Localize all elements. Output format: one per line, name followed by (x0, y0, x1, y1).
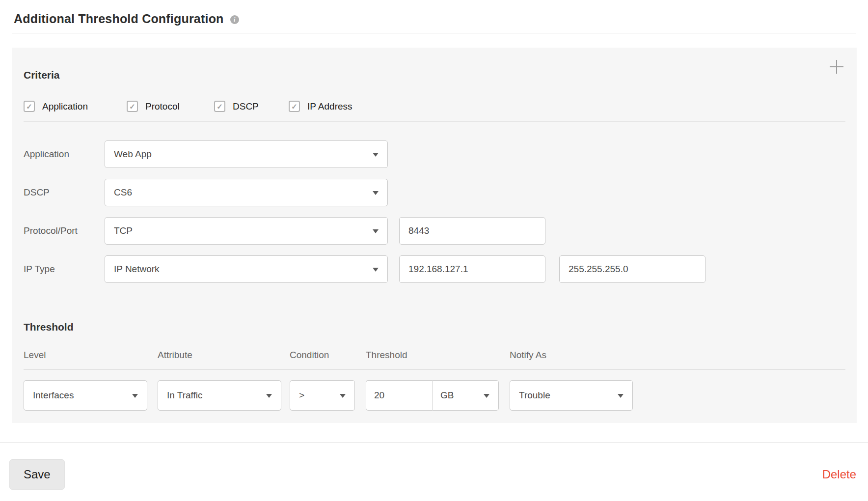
checkbox-protocol[interactable]: ✓ Protocol (127, 101, 214, 112)
footer: Save Delete (0, 459, 868, 490)
chevron-down-icon (618, 394, 624, 398)
chevron-down-icon (484, 394, 489, 398)
threshold-header-divider (24, 369, 845, 370)
threshold-row: Interfaces In Traffic > GB (24, 380, 845, 411)
checkbox-label: IP Address (307, 101, 353, 112)
unit-select-value: GB (440, 390, 454, 401)
checkbox-label: Application (42, 101, 88, 112)
chevron-down-icon (266, 394, 272, 398)
protocol-select-value: TCP (114, 225, 133, 236)
checkbox-checked-icon[interactable]: ✓ (289, 101, 300, 112)
threshold-value-input[interactable] (366, 380, 432, 411)
page-header: Additional Threshold Configuration i (0, 0, 868, 26)
netmask-input[interactable] (559, 255, 705, 283)
chevron-down-icon (340, 394, 346, 398)
chevron-down-icon (132, 394, 138, 398)
port-input[interactable] (399, 217, 545, 245)
condition-select[interactable]: > (290, 380, 355, 411)
notify-as-select-value: Trouble (519, 390, 550, 401)
ip-address-input[interactable] (399, 255, 545, 283)
column-header-notify-as: Notify As (510, 350, 845, 361)
level-select[interactable]: Interfaces (24, 380, 147, 411)
ip-type-select[interactable]: IP Network (105, 255, 388, 283)
chevron-down-icon (373, 229, 379, 233)
checkbox-ip-address[interactable]: ✓ IP Address (289, 101, 353, 112)
dscp-select-value: CS6 (114, 187, 132, 198)
page-title: Additional Threshold Configuration (14, 12, 224, 26)
column-header-condition: Condition (290, 350, 366, 361)
ip-field-row: IP Type IP Network (24, 255, 845, 283)
dscp-label: DSCP (24, 187, 105, 198)
unit-select[interactable]: GB (432, 380, 499, 411)
plus-icon[interactable] (829, 59, 844, 74)
chevron-down-icon (373, 268, 379, 272)
threshold-value-combo: GB (366, 380, 510, 411)
condition-select-value: > (299, 390, 304, 401)
notify-as-select[interactable]: Trouble (510, 380, 633, 411)
criteria-heading: Criteria (24, 48, 845, 81)
checkbox-dscp[interactable]: ✓ DSCP (214, 101, 289, 112)
checkbox-application[interactable]: ✓ Application (24, 101, 127, 112)
criteria-divider (24, 121, 845, 122)
protocol-select[interactable]: TCP (105, 217, 388, 245)
footer-divider (0, 443, 868, 443)
checkbox-checked-icon[interactable]: ✓ (214, 101, 225, 112)
chevron-down-icon (373, 191, 379, 195)
checkbox-checked-icon[interactable]: ✓ (127, 101, 138, 112)
protocol-label: Protocol/Port (24, 225, 105, 236)
application-select-value: Web App (114, 149, 152, 160)
dscp-field-row: DSCP CS6 (24, 179, 845, 206)
ip-type-label: IP Type (24, 264, 105, 275)
ip-type-select-value: IP Network (114, 264, 160, 275)
info-icon[interactable]: i (230, 15, 239, 24)
application-label: Application (24, 149, 105, 160)
checkbox-checked-icon[interactable]: ✓ (24, 101, 35, 112)
attribute-select[interactable]: In Traffic (158, 380, 281, 411)
application-select[interactable]: Web App (105, 140, 388, 168)
chevron-down-icon (373, 153, 379, 157)
criteria-checkbox-row: ✓ Application ✓ Protocol ✓ DSCP ✓ IP Add… (24, 101, 845, 112)
protocol-field-row: Protocol/Port TCP (24, 217, 845, 245)
threshold-column-headers: Level Attribute Condition Threshold Noti… (24, 350, 845, 361)
checkbox-label: DSCP (233, 101, 259, 112)
application-field-row: Application Web App (24, 140, 845, 168)
checkbox-label: Protocol (145, 101, 180, 112)
save-button[interactable]: Save (9, 459, 65, 490)
column-header-attribute: Attribute (158, 350, 290, 361)
column-header-level: Level (24, 350, 158, 361)
threshold-heading: Threshold (24, 321, 845, 333)
threshold-config-panel: Criteria ✓ Application ✓ Protocol ✓ DSCP… (12, 48, 857, 423)
level-select-value: Interfaces (33, 390, 74, 401)
attribute-select-value: In Traffic (167, 390, 203, 401)
column-header-threshold: Threshold (366, 350, 510, 361)
delete-button[interactable]: Delete (822, 468, 856, 481)
dscp-select[interactable]: CS6 (105, 179, 388, 206)
title-divider (12, 33, 856, 33)
